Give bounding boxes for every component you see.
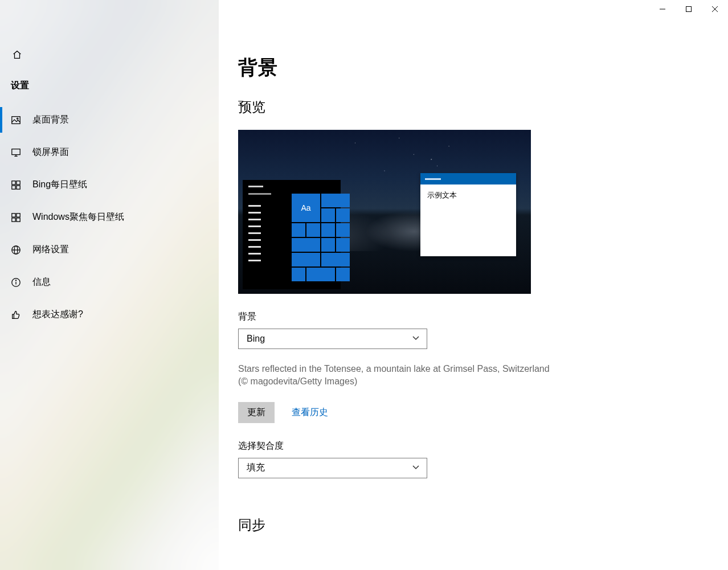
view-history-link[interactable]: 查看历史 (292, 407, 328, 419)
fit-field-label: 选择契合度 (238, 440, 728, 452)
sidebar-item-thanks[interactable]: 想表达感谢? (0, 298, 219, 331)
page-title: 背景 (238, 55, 728, 81)
window-minimize-button[interactable] (649, 0, 676, 18)
window-controls (649, 0, 728, 18)
sidebar-item-label: 网络设置 (32, 244, 69, 256)
sidebar-item-desktop-bg[interactable]: 桌面背景 (0, 104, 219, 136)
bg-field-label: 背景 (238, 311, 728, 323)
svg-rect-4 (12, 116, 20, 124)
home-icon (12, 50, 22, 62)
svg-rect-6 (12, 149, 20, 154)
sidebar-item-spotlight[interactable]: Windows聚焦每日壁纸 (0, 201, 219, 233)
sidebar-item-network[interactable]: 网络设置 (0, 233, 219, 266)
grid-icon (11, 180, 21, 190)
sidebar-title: 设置 (11, 80, 29, 92)
chevron-down-icon (412, 463, 420, 473)
info-icon (11, 277, 21, 288)
sidebar-item-lockscreen[interactable]: 锁屏界面 (0, 136, 219, 169)
chevron-down-icon (412, 334, 420, 344)
sidebar-item-bing-daily[interactable]: Bing每日壁纸 (0, 169, 219, 201)
svg-rect-15 (12, 218, 15, 221)
sidebar-item-label: Bing每日壁纸 (32, 179, 87, 191)
main-content: 背景 预览 Aa 示例文本 背景 Bing Stars reflecte (219, 0, 728, 570)
fit-select[interactable]: 填充 (238, 458, 427, 478)
sidebar: 设置 桌面背景 锁屏界面 (0, 0, 219, 570)
picture-icon (11, 115, 21, 125)
sidebar-item-label: Windows聚焦每日壁纸 (32, 211, 124, 223)
window-close-button[interactable] (702, 0, 728, 18)
svg-point-5 (17, 118, 18, 119)
svg-rect-14 (17, 213, 20, 216)
sidebar-item-label: 桌面背景 (32, 114, 69, 126)
bg-select-value: Bing (247, 334, 265, 344)
fit-select-value: 填充 (247, 462, 265, 474)
sync-heading: 同步 (238, 516, 728, 534)
svg-rect-10 (17, 181, 20, 184)
preview-sample-window: 示例文本 (420, 173, 516, 256)
sidebar-item-info[interactable]: 信息 (0, 266, 219, 298)
svg-rect-1 (686, 7, 692, 12)
sidebar-item-label: 想表达感谢? (32, 309, 83, 321)
bg-caption: Stars reflected in the Totensee, a mount… (238, 363, 557, 388)
home-button[interactable] (6, 44, 28, 67)
svg-rect-16 (17, 218, 20, 221)
grid-icon (11, 212, 21, 223)
svg-point-22 (15, 280, 16, 280)
preview-start-menu: Aa (243, 180, 341, 289)
svg-rect-11 (12, 185, 15, 188)
svg-rect-9 (12, 181, 15, 184)
globe-icon (11, 245, 21, 255)
svg-rect-13 (12, 213, 15, 216)
monitor-icon (11, 147, 21, 158)
sidebar-item-label: 信息 (32, 276, 51, 288)
preview-tile-aa: Aa (292, 194, 320, 222)
sidebar-item-label: 锁屏界面 (32, 146, 69, 158)
bg-source-select[interactable]: Bing (238, 329, 427, 349)
preview-heading: 预览 (238, 98, 728, 116)
preview-thumbnail: Aa 示例文本 (238, 130, 531, 294)
refresh-button[interactable]: 更新 (238, 402, 275, 423)
svg-rect-12 (17, 185, 20, 188)
preview-sample-text: 示例文本 (420, 184, 516, 206)
thumbs-up-icon (11, 310, 21, 320)
window-maximize-button[interactable] (676, 0, 702, 18)
